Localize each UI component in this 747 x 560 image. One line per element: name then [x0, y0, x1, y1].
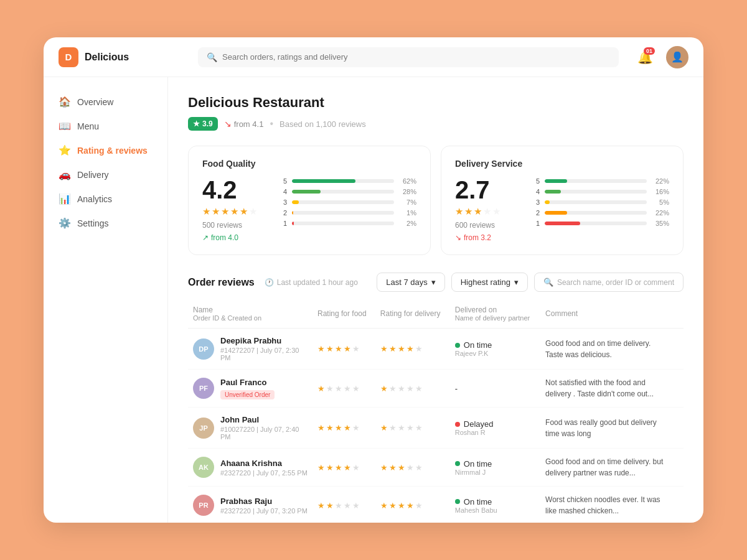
review-search-placeholder: Search name, order ID or comment	[557, 278, 674, 287]
menu-icon: 📖	[59, 120, 70, 132]
table-row: PR Prabhas Raju #2327220 | July 07, 3:20…	[188, 487, 684, 523]
sort-filter-button[interactable]: Highest rating ▾	[451, 273, 528, 292]
bar-track	[292, 179, 394, 183]
cards-row: Food Quality 4.2 ★ ★ ★ ★ ★ ★	[188, 146, 684, 255]
status-label: On time	[464, 459, 492, 469]
bar-row: 5 62%	[282, 177, 416, 185]
bar-track	[292, 211, 394, 215]
bar-label: 4	[535, 188, 540, 195]
col-food-rating: Rating for food	[312, 302, 375, 329]
from-rating: ↘ from 4.1	[224, 119, 264, 129]
search-icon: 🔍	[543, 278, 553, 287]
delivery-stars-cell: ★★★★★	[375, 329, 450, 370]
main-content: Delicious Restaurant ★ 3.9 ↘ from 4.1 • …	[168, 77, 703, 523]
sidebar-item-delivery[interactable]: 🚗 Delivery	[44, 162, 167, 187]
delivery-service-title: Delivery Service	[455, 159, 669, 169]
search-bar[interactable]: 🔍	[198, 47, 619, 67]
chevron-down-icon: ▾	[431, 278, 436, 287]
section-header: Order reviews 🕐 Last updated 1 hour ago …	[188, 273, 684, 292]
sidebar-item-label: Delivery	[77, 170, 109, 180]
unverified-tag: Unverified Order	[220, 390, 275, 399]
period-filter-button[interactable]: Last 7 days ▾	[377, 273, 445, 292]
page-title: Delicious Restaurant	[188, 95, 684, 111]
delivery-service-card: Delivery Service 2.7 ★ ★ ★ ★ ★ 600 rev	[441, 146, 684, 255]
bar-row: 1 35%	[535, 220, 669, 227]
bar-track	[545, 190, 647, 194]
status-label: -	[455, 384, 458, 393]
bar-row: 3 5%	[535, 198, 669, 206]
comment-text: Worst chicken noodles ever. It was like …	[545, 494, 670, 516]
bar-label: 2	[535, 209, 540, 217]
bar-pct: 22%	[652, 209, 669, 217]
bar-fill	[545, 179, 567, 183]
table-row: DP Deepika Prabhu #14272207 | July 07, 2…	[188, 329, 684, 370]
delivery-status-cell: Delayed Roshan R	[450, 408, 540, 449]
search-input[interactable]	[222, 52, 610, 62]
delivery-status-cell: On time Rajeev P.K	[450, 329, 540, 370]
status-dot	[455, 422, 460, 427]
food-quality-title: Food Quality	[202, 159, 416, 169]
bar-track	[545, 179, 647, 183]
delivery-stars: ★★★★★	[380, 423, 445, 432]
reviewer-id: #10027220 | July 07, 2:40 PM	[220, 426, 308, 441]
comment-text: Good food and on time delivery. but deli…	[545, 456, 670, 478]
delivery-stars: ★★★★★	[380, 501, 445, 510]
delivery-stars: ★★★★★	[380, 463, 445, 472]
bar-pct: 62%	[399, 177, 416, 185]
food-stars-cell: ★★★★★	[312, 329, 375, 370]
sidebar-item-rating[interactable]: ⭐ Rating & reviews	[44, 138, 167, 162]
sidebar-item-analytics[interactable]: 📊 Analytics	[44, 187, 167, 211]
sidebar-item-label: Overview	[77, 97, 113, 107]
bar-pct: 7%	[399, 198, 416, 206]
delivery-status: -	[455, 384, 535, 393]
status-label: On time	[464, 340, 492, 350]
bar-fill	[545, 190, 561, 194]
food-bars: 5 62% 4 28% 3 7% 2 1% 1	[282, 177, 416, 242]
delivery-stars: ★★★★★	[380, 384, 445, 393]
reviewer-avatar: AK	[193, 457, 214, 478]
arrow-down-icon: ↘	[224, 119, 232, 129]
delivery-service-score: 2.7	[455, 177, 524, 202]
bar-track	[292, 222, 394, 225]
sidebar-item-settings[interactable]: ⚙️ Settings	[44, 211, 167, 235]
bar-track	[545, 211, 647, 215]
food-stars: ★★★★★	[317, 384, 370, 393]
home-icon: 🏠	[59, 96, 70, 108]
bar-fill	[292, 179, 355, 183]
col-delivered-on: Delivered on Name of delivery partner	[450, 302, 540, 329]
sidebar-item-label: Analytics	[77, 194, 112, 204]
bar-label: 3	[535, 198, 540, 206]
avatar[interactable]: 👤	[666, 46, 688, 68]
header: D Delicious 🔍 🔔 01 👤	[44, 37, 703, 77]
food-stars-cell: ★★★★★	[312, 449, 375, 487]
reviewer-avatar: PR	[193, 495, 214, 516]
delivery-partner: Mahesh Babu	[455, 506, 535, 514]
comment-cell: Good food and on time delivery. but deli…	[540, 449, 684, 487]
status-dot	[455, 343, 460, 348]
reviewer-name: Prabhas Raju	[220, 497, 308, 506]
reviewer-avatar: DP	[193, 338, 214, 360]
order-reviews-section: Order reviews 🕐 Last updated 1 hour ago …	[188, 273, 684, 523]
updated-label: 🕐 Last updated 1 hour ago	[265, 278, 358, 287]
sidebar-item-menu[interactable]: 📖 Menu	[44, 114, 167, 138]
bar-pct: 28%	[399, 188, 416, 195]
delivery-icon: 🚗	[59, 169, 70, 180]
delivery-status: Delayed	[455, 419, 535, 429]
reviewer-cell: DP Deepika Prabhu #14272207 | July 07, 2…	[188, 329, 312, 370]
food-review-count: 500 reviews	[202, 221, 271, 230]
notification-button[interactable]: 🔔 01	[634, 46, 656, 68]
delivery-partner: Rajeev P.K	[455, 350, 535, 357]
bar-row: 5 22%	[535, 177, 669, 185]
food-from-change: ↗ from 4.0	[202, 233, 271, 242]
delivery-partner: Roshan R	[455, 429, 535, 436]
sidebar-item-overview[interactable]: 🏠 Overview	[44, 90, 167, 114]
reviewer-cell: AK Ahaana Krishna #2327220 | July 07, 2:…	[188, 449, 312, 487]
bar-row: 4 16%	[535, 188, 669, 195]
reviewer-cell: PR Prabhas Raju #2327220 | July 07, 3:20…	[188, 487, 312, 523]
delivery-status: On time	[455, 459, 535, 469]
period-filter-label: Last 7 days	[386, 278, 428, 287]
food-stars-cell: ★★★★★	[312, 370, 375, 408]
bar-track	[545, 200, 647, 204]
status-dot	[455, 499, 460, 504]
review-search[interactable]: 🔍 Search name, order ID or comment	[534, 273, 684, 292]
